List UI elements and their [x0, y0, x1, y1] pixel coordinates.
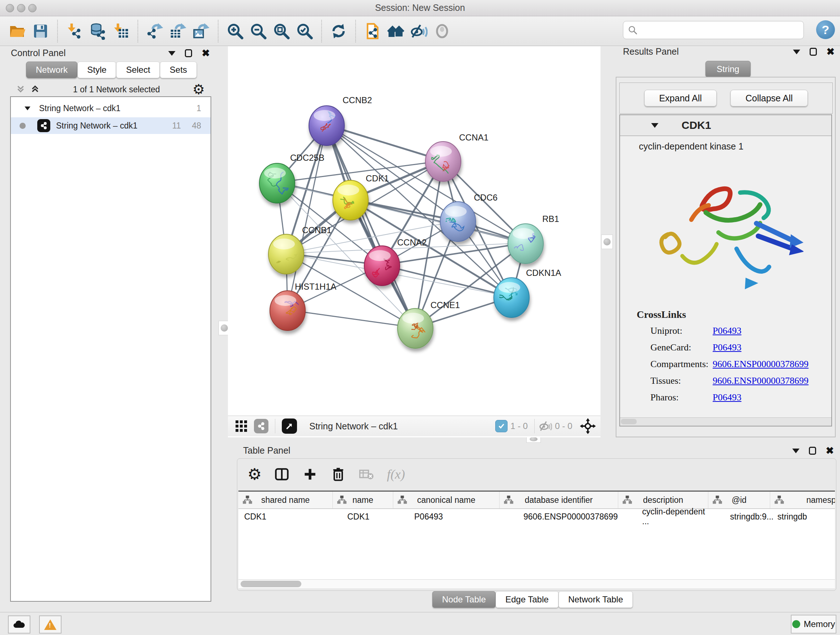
help-button[interactable]: ? [816, 20, 835, 39]
export-image-button[interactable] [191, 20, 212, 42]
expand-all-button[interactable]: Expand All [644, 90, 717, 106]
crosslink-link[interactable]: 9606.ENSP00000378699 [713, 359, 808, 370]
home-button[interactable] [385, 20, 406, 42]
cdk1-collapse-icon[interactable] [651, 123, 658, 128]
search-input[interactable] [638, 25, 795, 35]
collapse-all-icon[interactable] [15, 84, 26, 95]
tab-sets[interactable]: Sets [160, 62, 197, 78]
share-document-button[interactable] [362, 20, 383, 42]
crosslink-link[interactable]: 9606.ENSP00000378699 [713, 375, 808, 386]
results-panel-close-icon[interactable]: ✖ [826, 48, 835, 56]
column-header-databaseidentifier[interactable]: database identifier [500, 492, 618, 508]
node-label-CDC25B: CDC25B [290, 153, 325, 163]
birds-eye-view-icon[interactable] [282, 418, 297, 434]
cell-description[interactable]: cyclin-dependent ... [618, 509, 708, 524]
network-row[interactable]: String Network – cdk1 11 48 [11, 117, 210, 134]
column-header-name[interactable]: name [333, 492, 393, 508]
string-style-icon[interactable] [254, 419, 268, 433]
results-panel-float-icon[interactable] [810, 48, 817, 56]
cell-canonicalname[interactable]: P06493 [393, 509, 500, 524]
node-RB1[interactable] [508, 224, 543, 264]
crosslink-link[interactable]: P06493 [713, 342, 741, 353]
collapse-all-button[interactable]: Collapse All [730, 90, 808, 106]
results-panel-menu-icon[interactable] [793, 50, 800, 54]
cell-sharedname[interactable]: CDK1 [238, 509, 333, 524]
import-network-button[interactable] [64, 20, 85, 42]
cell-id[interactable]: stringdb:9... [708, 509, 770, 524]
table-panel-float-icon[interactable] [809, 447, 816, 455]
selected-checkbox-icon[interactable] [495, 420, 508, 432]
cloud-status-button[interactable] [8, 616, 30, 633]
delete-table-icon [358, 466, 374, 482]
cell-namespace[interactable]: stringdb [770, 509, 835, 524]
warnings-button[interactable]: ! [39, 616, 62, 633]
tab-network-table[interactable]: Network Table [559, 591, 633, 608]
import-network-from-database-button[interactable] [87, 20, 108, 42]
table-hscroll-thumb[interactable] [240, 581, 302, 587]
zoom-in-button[interactable] [225, 20, 246, 42]
open-file-button[interactable] [7, 20, 28, 42]
zoom-selected-button[interactable] [294, 20, 315, 42]
cell-name[interactable]: CDK1 [333, 509, 393, 524]
show-panels-button[interactable] [431, 20, 453, 42]
crosslink-link[interactable]: P06493 [713, 392, 741, 403]
add-column-icon[interactable] [302, 466, 318, 482]
node-CCNE1[interactable] [398, 309, 433, 348]
memory-button[interactable]: Memory [791, 615, 836, 633]
column-header-id[interactable]: @id [708, 492, 770, 508]
grid-view-icon[interactable] [234, 419, 248, 433]
tab-node-table[interactable]: Node Table [432, 591, 496, 608]
export-network-button[interactable] [144, 20, 165, 42]
column-header-namespace[interactable]: namespace [770, 492, 835, 508]
cell-databaseidentifier[interactable]: 9606.ENSP00000378699 [500, 509, 618, 524]
network-options-gear-icon[interactable]: ⚙ [193, 83, 205, 96]
node-CCNB2[interactable] [309, 106, 344, 146]
table-hscrollbar[interactable] [238, 579, 835, 588]
tab-style[interactable]: Style [77, 62, 116, 78]
network-collection-row[interactable]: String Network – cdk1 1 [11, 100, 210, 117]
cdk1-section-header[interactable]: CDK1 [620, 115, 831, 136]
table-options-gear-icon[interactable]: ⚙ [248, 468, 262, 480]
node-HIST1H1A[interactable] [270, 291, 305, 331]
delete-column-icon[interactable] [330, 466, 346, 482]
node-CDKN1A[interactable] [494, 278, 529, 318]
control-panel-float-icon[interactable] [185, 49, 192, 57]
control-panel-close-icon[interactable]: ✖ [202, 49, 210, 57]
node-CDK1[interactable] [333, 180, 368, 220]
right-splitter-handle[interactable] [601, 234, 613, 249]
fit-selected-crosshair-icon[interactable] [579, 418, 596, 434]
network-canvas[interactable]: CCNB2 CCNA1 CDC25B CDK1 CDC6 [228, 46, 600, 416]
column-header-canonicalname[interactable]: canonical name [393, 492, 500, 508]
expand-all-icon[interactable] [30, 84, 41, 95]
node-CCNA2[interactable] [364, 246, 400, 286]
zoom-out-button[interactable] [248, 20, 269, 42]
node-CDC6[interactable] [439, 202, 476, 241]
column-header-description[interactable]: description [618, 492, 708, 508]
node-CCNA1[interactable] [425, 141, 461, 181]
tab-edge-table[interactable]: Edge Table [496, 591, 559, 608]
show-columns-icon[interactable] [274, 466, 290, 482]
tab-select[interactable]: Select [116, 62, 160, 78]
zoom-fit-button[interactable] [271, 20, 292, 42]
import-table-button[interactable] [111, 20, 131, 42]
table-panel-close-icon[interactable]: ✖ [826, 447, 834, 455]
edge-CCNB2-CCNE1[interactable] [327, 125, 415, 328]
collection-expand-icon[interactable] [25, 106, 30, 110]
table-panel-menu-icon[interactable] [792, 448, 799, 453]
search-box[interactable] [623, 21, 804, 39]
edge-HIST1H1A-CCNE1[interactable] [287, 310, 415, 328]
node-CCNB1[interactable] [264, 234, 304, 274]
tab-network[interactable]: Network [26, 62, 77, 78]
save-session-button[interactable] [30, 20, 51, 42]
results-hscroll-thumb[interactable] [621, 419, 637, 424]
node-CDC25B[interactable] [259, 163, 295, 203]
cdk1-section-title: CDK1 [682, 119, 711, 131]
export-table-button[interactable] [167, 20, 188, 42]
crosslink-link[interactable]: P06493 [713, 325, 741, 336]
refresh-view-button[interactable] [328, 20, 349, 42]
column-header-sharedname[interactable]: shared name [238, 492, 333, 508]
tab-string[interactable]: String [706, 61, 751, 78]
control-panel-menu-icon[interactable] [168, 51, 175, 56]
table-row[interactable]: CDK1CDK1P064939606.ENSP00000378699cyclin… [238, 509, 835, 524]
hide-panels-button[interactable] [409, 20, 429, 42]
